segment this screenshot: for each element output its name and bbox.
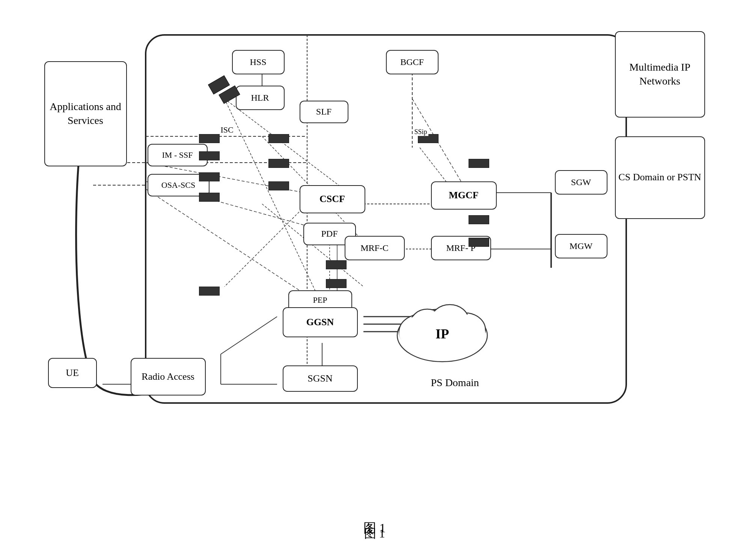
cscf-box: CSCF (300, 185, 365, 213)
hss-box: HSS (232, 50, 285, 74)
svg-line-20 (221, 317, 277, 354)
hlr-box: HLR (236, 86, 285, 110)
osa-connector (199, 172, 220, 181)
sgsn-box: SGSN (283, 365, 358, 392)
bgcf-box: BGCF (386, 50, 439, 74)
radio-access-box: Radio Access (131, 358, 206, 395)
cs-domain-box: CS Domain or PSTN (615, 136, 705, 219)
isc-connector (199, 134, 220, 143)
sh-connector (268, 159, 289, 168)
ip-cloud: IP (390, 287, 495, 369)
sgw-box: SGW (555, 170, 607, 195)
ggsn-box: GGSN (283, 307, 358, 337)
connection-lines (37, 24, 713, 512)
figure-caption: 图 1 (364, 527, 385, 540)
svg-text:IP: IP (436, 326, 449, 341)
mrf-c-box: MRF-C (345, 236, 405, 260)
pep-box: PEP (288, 290, 352, 309)
multimedia-ip-networks-box: Multimedia IP Networks (615, 31, 705, 118)
sip-label: SSip (413, 128, 428, 136)
cx-connector (268, 134, 289, 143)
mgcf-box: MGCF (431, 181, 497, 210)
trau-connector (469, 238, 489, 247)
ue-box: UE (48, 358, 97, 388)
diagram-container: Applications and Services Multimedia IP … (37, 24, 713, 512)
go-connector (326, 260, 347, 269)
mgcf-connector-1 (469, 159, 489, 168)
page: Applications and Services Multimedia IP … (0, 0, 749, 560)
utran-connector (199, 193, 220, 202)
svg-line-30 (420, 148, 446, 181)
mgw-box: MGW (555, 234, 607, 258)
im-ssf-box: IM - SSF (148, 144, 208, 166)
svg-line-27 (225, 204, 307, 287)
svg-line-23 (146, 189, 322, 305)
mgcf-connector-2 (469, 215, 489, 224)
mnf-connector (326, 279, 347, 288)
im-ssf-connector (199, 151, 220, 160)
mw-connector (268, 181, 289, 190)
applications-services-box: Applications and Services (44, 61, 127, 166)
sir-connector (199, 287, 220, 296)
isc-label: ISC (221, 125, 234, 135)
ps-domain-label: PS Domain (431, 377, 479, 389)
slf-box: SLF (300, 101, 348, 123)
